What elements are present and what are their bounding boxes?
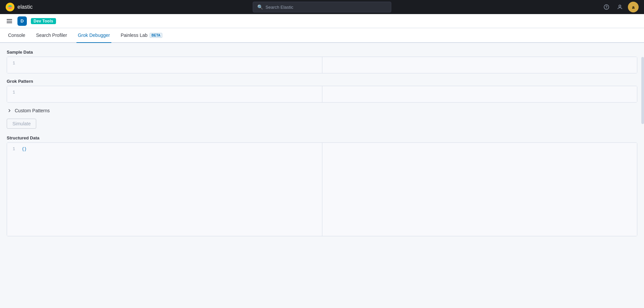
simulate-section: Simulate [7, 119, 637, 129]
svg-point-0 [6, 3, 14, 11]
custom-patterns-label: Custom Patterns [15, 108, 50, 113]
structured-data-right-pane [322, 143, 637, 236]
grok-pattern-right-pane [322, 86, 637, 102]
grok-pattern-editor[interactable]: 1 [7, 86, 637, 103]
help-icon-button[interactable]: ? [601, 2, 612, 12]
help-icon: ? [604, 4, 609, 10]
user-menu-icon-button[interactable] [614, 2, 625, 12]
grok-line-row-1: 1 [7, 89, 322, 96]
right-scrollbar[interactable] [641, 57, 644, 124]
structured-line-number-1: 1 [7, 145, 19, 153]
structured-data-editor[interactable]: 1 {} [7, 142, 637, 236]
hamburger-line-2 [7, 21, 12, 21]
custom-patterns-section[interactable]: Custom Patterns [7, 108, 637, 113]
global-search-container: 🔍 Search Elastic [253, 2, 391, 12]
code-braces: {} [22, 147, 26, 151]
structured-line-row-1: 1 {} [7, 145, 322, 153]
secondary-navigation: D Dev Tools [0, 14, 644, 28]
tab-painless-lab[interactable]: Painless Lab BETA [119, 28, 164, 43]
app-icon-badge: D [17, 16, 27, 26]
app-badge-label: Dev Tools [31, 18, 56, 24]
search-icon: 🔍 [257, 4, 263, 10]
tab-grok-debugger[interactable]: Grok Debugger [76, 28, 111, 43]
simulate-button[interactable]: Simulate [7, 119, 36, 129]
sample-data-section: Sample Data 1 [7, 50, 637, 73]
sample-data-editor[interactable]: 1 [7, 57, 637, 73]
sample-data-left-pane[interactable]: 1 [7, 57, 322, 73]
main-content: Sample Data 1 Grok Pattern 1 [0, 43, 644, 308]
nav-right-actions: ? a [601, 2, 639, 12]
sample-data-line-numbers: 1 [7, 57, 322, 70]
elastic-brand-text: elastic [17, 4, 33, 10]
top-navigation: elastic 🔍 Search Elastic ? a [0, 0, 644, 14]
person-icon [617, 4, 623, 10]
elastic-logo[interactable]: elastic [5, 2, 33, 12]
user-avatar-button[interactable]: a [628, 2, 639, 12]
sample-data-right-pane [322, 57, 637, 73]
line-row-1: 1 [7, 60, 322, 67]
beta-badge: BETA [150, 33, 162, 38]
grok-pattern-line-numbers: 1 [7, 86, 322, 99]
tab-search-profiler[interactable]: Search Profiler [35, 28, 68, 43]
hamburger-line-1 [7, 19, 12, 20]
structured-data-line-content: {} [19, 145, 322, 153]
line-number-1: 1 [7, 60, 19, 67]
hamburger-menu-button[interactable] [5, 18, 13, 24]
structured-data-label: Structured Data [7, 135, 637, 140]
structured-data-line-numbers: 1 {} [7, 143, 322, 156]
structured-data-left-pane: 1 {} [7, 143, 322, 236]
search-placeholder-text: Search Elastic [266, 5, 293, 10]
svg-point-3 [619, 5, 621, 7]
chevron-right-icon [7, 108, 12, 113]
grok-pattern-label: Grok Pattern [7, 79, 637, 84]
structured-data-section: Structured Data 1 {} [7, 135, 637, 236]
grok-pattern-left-pane[interactable]: 1 [7, 86, 322, 102]
grok-line-number-1: 1 [7, 89, 19, 96]
sample-data-label: Sample Data [7, 50, 637, 55]
avatar-initial: a [632, 5, 634, 10]
global-search-bar[interactable]: 🔍 Search Elastic [253, 2, 391, 12]
tab-console[interactable]: Console [7, 28, 26, 43]
grok-pattern-section: Grok Pattern 1 [7, 79, 637, 103]
elastic-logo-icon [5, 2, 15, 12]
tab-bar: Console Search Profiler Grok Debugger Pa… [0, 28, 644, 43]
svg-text:?: ? [605, 5, 607, 9]
hamburger-line-3 [7, 22, 12, 23]
